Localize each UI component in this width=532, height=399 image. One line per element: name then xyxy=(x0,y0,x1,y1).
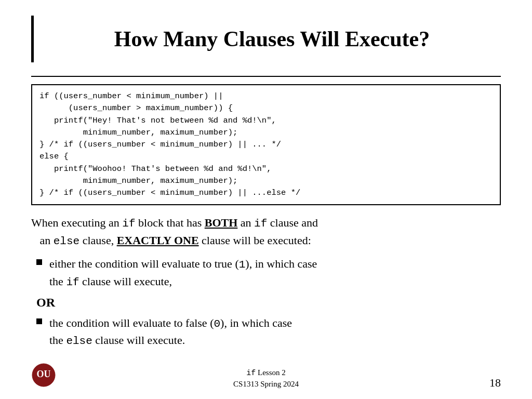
footer-lesson-code: if xyxy=(246,369,256,378)
bullet2-code1: 0 xyxy=(214,318,220,330)
footer-logo: OU xyxy=(31,363,56,390)
ou-logo-svg: OU xyxy=(31,363,56,388)
para1-code1: if xyxy=(122,218,135,230)
left-bar-decoration xyxy=(31,16,34,62)
bullet-text-2: the condition will evaluate to false (0)… xyxy=(49,315,501,350)
footer: OU if Lesson 2 CS1313 Spring 2024 18 xyxy=(0,367,532,390)
code-block: if ((users_number < minimum_number) || (… xyxy=(31,84,501,205)
para1-middle2: an xyxy=(237,216,254,229)
bullet2-code2: else xyxy=(66,335,92,347)
footer-course: CS1313 Spring 2024 xyxy=(233,379,299,390)
slide: How Many Clauses Will Execute? if ((user… xyxy=(0,0,532,399)
slide-title: How Many Clauses Will Execute? xyxy=(43,26,501,51)
para1-suffix: clause will be executed: xyxy=(199,234,311,247)
or-label: OR xyxy=(36,294,501,312)
footer-lesson: if Lesson 2 xyxy=(233,367,299,379)
footer-lesson-label: Lesson 2 xyxy=(256,368,286,377)
paragraph1: When executing an if block that has BOTH… xyxy=(31,215,501,249)
bullet-text-1: either the condition will evaluate to tr… xyxy=(49,256,501,290)
bullet-square-2 xyxy=(36,318,42,324)
footer-center: if Lesson 2 CS1313 Spring 2024 xyxy=(233,367,299,390)
bullet2-prefix: the condition will evaluate to false ( xyxy=(49,316,214,329)
para1-code2: if xyxy=(254,218,267,230)
para1-middle4: clause, xyxy=(79,234,116,247)
title-section: How Many Clauses Will Execute? xyxy=(31,16,501,66)
bullet2-end: clause will execute. xyxy=(92,334,185,347)
para1-code3: else xyxy=(54,235,79,247)
footer-page-number: 18 xyxy=(489,376,501,390)
content-section: When executing an if block that has BOTH… xyxy=(31,215,501,352)
bullet1-code1: 1 xyxy=(239,259,246,271)
para1-bold1: BOTH xyxy=(205,216,238,229)
title-divider xyxy=(31,76,501,77)
bullet1-code2: if xyxy=(66,276,79,288)
para1-prefix: When executing an xyxy=(31,216,122,229)
bullet1-end: clause will execute, xyxy=(79,275,172,288)
para1-middle1: block that has xyxy=(136,216,205,229)
bullet-square-1 xyxy=(36,259,42,265)
svg-text:OU: OU xyxy=(37,369,51,379)
para1-bold2: EXACTLY ONE xyxy=(117,234,199,247)
bullet-item-1: either the condition will evaluate to tr… xyxy=(36,256,501,290)
bullet1-prefix: either the condition will evaluate to tr… xyxy=(49,257,239,270)
bullet-item-2: the condition will evaluate to false (0)… xyxy=(36,315,501,350)
